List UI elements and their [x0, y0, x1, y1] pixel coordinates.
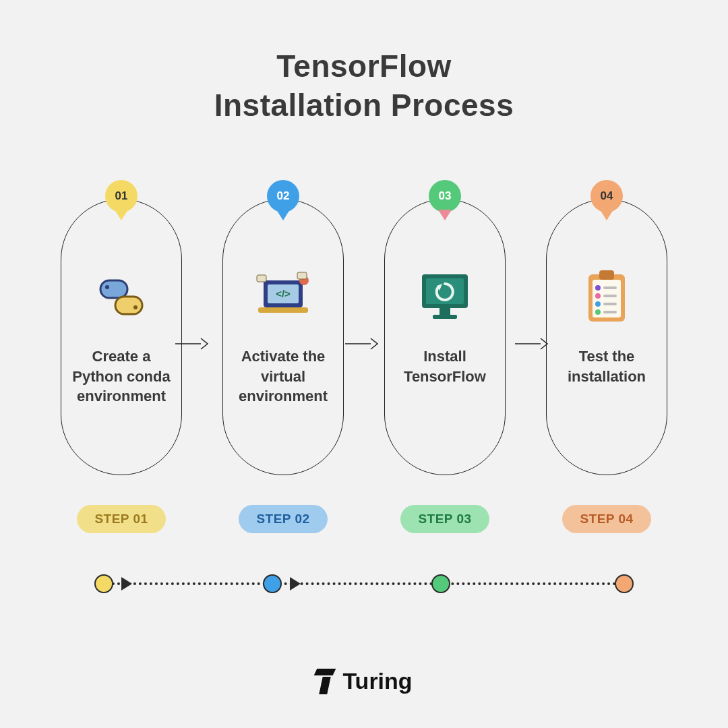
step-2-badge: STEP 02	[239, 505, 327, 533]
step-3-capsule: Install TensorFlow	[384, 199, 506, 475]
svg-rect-24	[603, 295, 617, 297]
svg-rect-26	[603, 311, 617, 313]
step-2-capsule: </> Activate the virtual environment	[222, 199, 344, 475]
step-1-pin: 01	[103, 180, 140, 229]
monitor-refresh-icon	[415, 267, 475, 328]
step-4-capsule: Test the installation	[546, 199, 667, 475]
clipboard-checklist-icon	[576, 267, 637, 328]
svg-point-21	[595, 301, 601, 307]
pin-tail-icon	[438, 210, 452, 220]
pin-tail-icon	[276, 210, 290, 220]
laptop-code-icon: </>	[253, 267, 313, 328]
timeline-dots	[107, 582, 621, 585]
svg-rect-10	[297, 272, 307, 279]
steps-row: 01 Create a Python conda environment STE…	[54, 199, 674, 533]
timeline-node-2	[263, 574, 282, 593]
step-2-label: Activate the virtual environment	[229, 346, 337, 406]
svg-rect-23	[603, 286, 617, 289]
svg-point-2	[105, 285, 109, 289]
step-2: 02 </> Activate the virtual environment …	[216, 199, 351, 533]
step-2-pin: 02	[265, 180, 301, 229]
timeline-arrow-icon	[290, 577, 301, 590]
svg-rect-14	[439, 308, 450, 315]
svg-point-22	[595, 309, 601, 315]
pin-tail-icon	[600, 210, 613, 220]
step-4: 04 Test the installation	[539, 199, 674, 533]
svg-point-20	[595, 293, 601, 299]
svg-rect-7	[258, 307, 308, 313]
progress-timeline	[94, 570, 634, 597]
step-4-badge: STEP 04	[562, 505, 650, 533]
brand-mark-icon	[315, 669, 336, 694]
svg-rect-1	[115, 297, 142, 314]
step-4-pin: 04	[588, 180, 625, 229]
timeline-node-3	[431, 574, 450, 593]
timeline-arrow-icon	[121, 577, 132, 590]
step-3-number: 03	[429, 180, 461, 212]
step-1: 01 Create a Python conda environment STE…	[54, 199, 189, 533]
step-3-pin: 03	[427, 180, 463, 229]
svg-text:</>: </>	[276, 288, 291, 299]
step-3-label: Install TensorFlow	[394, 346, 495, 386]
svg-rect-15	[433, 315, 457, 319]
svg-rect-18	[599, 270, 614, 280]
step-3: 03 Install TensorFlow STEP 03	[377, 199, 512, 533]
step-3-badge: STEP 03	[400, 505, 489, 533]
step-1-label: Create a Python conda environment	[63, 346, 179, 406]
svg-rect-9	[257, 275, 266, 282]
svg-rect-0	[100, 280, 127, 298]
step-4-label: Test the installation	[558, 346, 655, 386]
timeline-node-4	[615, 574, 634, 593]
step-1-number: 01	[105, 180, 138, 212]
step-1-badge: STEP 01	[77, 505, 165, 533]
step-4-number: 04	[590, 180, 623, 212]
pin-tail-icon	[115, 210, 128, 220]
step-2-number: 02	[267, 180, 299, 212]
page-title: TensorFlow Installation Process	[0, 47, 728, 125]
step-1-capsule: Create a Python conda environment	[61, 199, 182, 475]
brand-name: Turing	[342, 668, 412, 694]
timeline-node-1	[94, 574, 113, 593]
svg-point-19	[595, 285, 601, 291]
svg-rect-25	[603, 303, 617, 305]
brand-logo: Turing	[0, 668, 728, 694]
svg-point-3	[133, 305, 138, 309]
python-icon	[91, 267, 152, 328]
